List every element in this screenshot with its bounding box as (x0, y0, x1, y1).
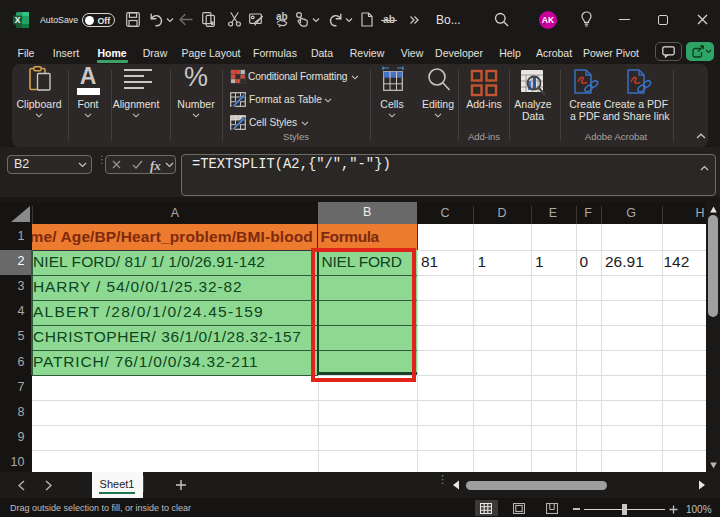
svg-text:X: X (15, 15, 21, 25)
